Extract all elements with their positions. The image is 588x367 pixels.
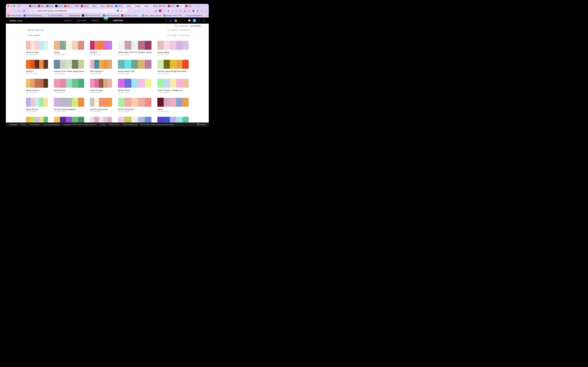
ext-icon-7[interactable]: 🏷 [175,9,178,12]
bookmark-item[interactable]: 📁wallpaper sites [66,14,80,17]
bookmark-item[interactable]: Falix - Server Console [142,14,162,17]
toolbar-overflow-icon[interactable]: » [200,9,203,12]
browser-tab[interactable]: Goldf [114,4,122,8]
browser-tab[interactable]: AAdob [184,4,193,8]
ext-icon-9[interactable]: ▣ [184,9,186,12]
tab-overflow-button[interactable]: ⌄ [200,4,204,8]
bookmark-item[interactable]: 📁tv and movie show li... [184,14,203,17]
theme-card[interactable]: blissful spring flingCOLOR THEME [118,98,151,112]
adobe-logo[interactable]: Adobe [197,124,205,125]
theme-card[interactable]: Copy of springCOLOR THEME [90,79,112,93]
theme-card[interactable]: Palm Springs 3COLOR THEME [90,60,112,75]
ext-icon-10[interactable]: ◫ [188,9,191,12]
footer-link[interactable]: User Forums [30,124,40,125]
theme-card[interactable]: Spring fallingsCOLOR THEME [157,41,189,55]
nav-lab[interactable]: NewLAB [104,19,108,22]
browser-tab[interactable]: Chris [158,4,167,8]
bookmark-star-icon[interactable]: ☆ [124,10,126,12]
ext-icon-11[interactable]: 🐞 [192,9,195,12]
theme-card[interactable]: spring romanceCOLOR THEME [26,79,48,93]
footer-link[interactable]: Terms of Use [109,124,119,125]
ext-icon-8[interactable]: ▦ [180,9,182,12]
hamburger-menu-icon[interactable]: ≡ [204,9,207,12]
theme-card[interactable]: Fashion Color Theme Spring TonesCOLOR TH… [54,60,84,75]
browser-tab[interactable]: Sear [37,4,45,8]
whats-new-icon[interactable]: ✶ [165,19,168,22]
theme-card[interactable]: Strange Spring apagadosCOLOR THEME [54,98,84,112]
library-row[interactable]: ›WINTER PALETTES100 THEMES, 0 GRADIENTS [6,28,209,33]
cc-cloud-icon[interactable] [203,19,205,22]
bookmark-item[interactable]: Getting Started [8,14,22,17]
chat-icon[interactable]: 💬 [188,19,191,22]
theme-card[interactable]: SI520 week2 HW Four Seasons SpringCOLOR … [118,41,151,55]
ext-icon-12[interactable]: ◉ [196,9,199,12]
bookmark-item[interactable]: 8mb.video: online c... [121,14,140,17]
bookmark-item[interactable]: Shikaku solver - Noq [163,14,182,17]
bookmark-item[interactable]: 📁CC Sites For Downl... [45,14,64,17]
content-scroll[interactable]: Sort Libraries by Last Modified ⌄ ›WINTE… [6,24,209,126]
browser-tab[interactable]: pWood [45,4,54,8]
ext-icon-4[interactable]: ↗ [159,9,161,12]
bookmark-item[interactable]: 📁Horror Movies To W... [205,14,209,17]
theme-card[interactable]: Spring 3COLOR THEME [26,60,48,75]
ext-icon-1[interactable]: ɴ [146,9,149,12]
nav-explore[interactable]: EXPLORE [77,19,86,22]
theme-card[interactable]: Spring themeCOLOR THEME [54,79,84,93]
footer-lang-value[interactable]: English [21,124,26,125]
help-icon[interactable]: ? [179,19,182,22]
reader-icon[interactable]: ☰ [120,10,122,12]
apps-grid-icon[interactable]: ⠿ [198,19,201,22]
browser-tab[interactable]: Far fe [28,4,37,8]
ext-icon-2[interactable]: ♪ [151,9,153,12]
feedback-icon[interactable]: ▯ [183,19,186,22]
ext-icon-3[interactable]: 🔊 [155,9,157,12]
theme-card[interactable]: summer peach partyCOLOR THEME [90,98,112,112]
footer-link[interactable]: Community Guidelines [43,124,60,125]
footer-link[interactable]: Cookie preferences [122,124,137,125]
back-button[interactable]: ← [8,9,11,13]
library-row[interactable]: ⌄YOUR LIBRARY200 THEMES, 0 GRADIENTS [6,33,209,38]
reload-button[interactable]: ⟳ [17,9,21,13]
download-icon[interactable]: ↓ [142,9,145,12]
browser-tab[interactable]: My× [176,4,184,8]
theme-card[interactable]: Spring In ParisCOLOR THEME [26,41,48,55]
tab-scroll-right[interactable]: › [193,5,196,7]
browser-tab[interactable]: Gstand [123,4,131,8]
bookmark-item[interactable]: SiriusXM Streaming:... [24,14,43,17]
browser-tab[interactable]: Gcan y [97,4,105,8]
theme-card[interactable]: Spring BreezeCOLOR THEME [26,98,48,112]
ext-icon-6[interactable]: ◆ [167,9,170,12]
maximize-window-button[interactable] [13,5,15,7]
sidebar-toggle-icon[interactable] [18,5,21,8]
browser-tab[interactable]: Amon [80,4,89,8]
app-brand[interactable]: Adobe Color [9,19,23,22]
close-window-button[interactable] [8,5,9,7]
footer-link[interactable]: Do not sell or share my personal informa… [141,124,174,125]
user-avatar[interactable] [193,19,196,22]
nav-libraries[interactable]: LIBRARIES [113,19,123,22]
browser-tab[interactable]: GGoog [149,4,158,8]
browser-tab[interactable]: Gare go [132,4,140,8]
color-wheel-icon[interactable] [174,19,177,22]
extension-icon[interactable]: ∞ [138,9,141,12]
footer-link[interactable]: Privacy [100,124,106,125]
chevron-right-icon[interactable]: › [24,29,26,31]
browser-tab[interactable]: We M [54,4,63,8]
theme-card[interactable]: SpringCOLOR THEME [157,98,189,112]
theme-toggle-icon[interactable]: ◐ [170,19,172,22]
sort-value[interactable]: Last Modified [190,25,201,27]
nav-trends[interactable]: TRENDS [91,19,99,22]
theme-card[interactable]: Kiyomizu-dera-Temple-and-cherry-...COLOR… [157,60,189,75]
theme-card[interactable]: spring 3COLOR THEME [90,41,112,55]
browser-tab[interactable]: Gtrans [141,4,149,8]
url-bar[interactable]: https://color.adobe.com/mythemes 🅰 ☰ ☆ [30,9,127,13]
browser-tab[interactable]: (3) L [63,4,71,8]
ext-icon-5[interactable]: ⊙ [163,9,165,12]
browser-tab[interactable]: goldf [106,4,114,8]
close-tab-icon[interactable]: × [182,5,183,7]
bookmark-item[interactable]: Daily Puzzle Solutio... [82,14,101,17]
bookmark-item[interactable]: https://comick.app [103,14,119,17]
chevron-down-icon[interactable]: ⌄ [24,34,26,36]
theme-card[interactable]: spring fashion 2020COLOR THEME [118,60,151,75]
browser-tab[interactable]: AAdob [167,4,175,8]
